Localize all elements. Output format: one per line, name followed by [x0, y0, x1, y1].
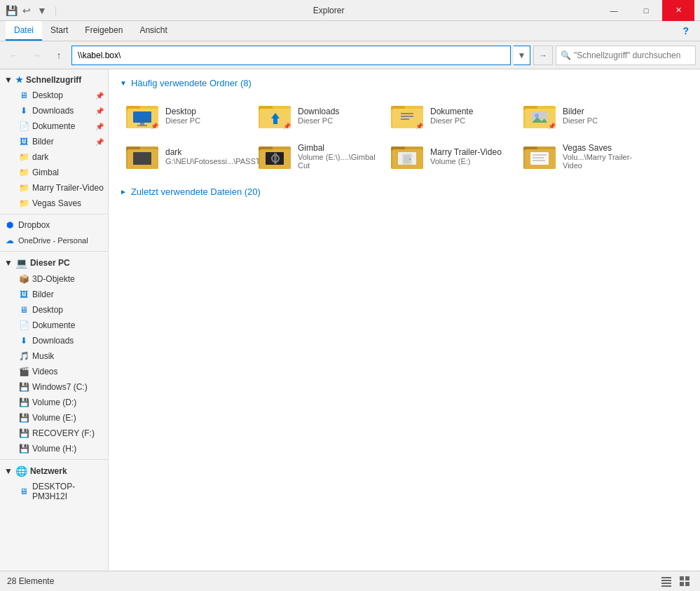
view-icons — [658, 573, 693, 590]
folder-item-desktop[interactable]: 📌 Desktop Dieser PC — [120, 97, 249, 135]
folder-name-gimbal: Gimbal — [298, 143, 376, 153]
folder-name-bilder: Bilder — [563, 107, 640, 116]
dokumente-pc-icon: 📄 — [18, 320, 29, 331]
folder-item-bilder[interactable]: 📌 Bilder Dieser PC — [517, 97, 647, 135]
tiles-view-button[interactable] — [676, 573, 693, 590]
forward-button[interactable]: → — [27, 46, 46, 65]
up-button[interactable]: ↑ — [49, 46, 69, 65]
svg-rect-53 — [680, 582, 684, 586]
marry-folder-icon — [391, 142, 425, 170]
folder-info-bilder: Bilder Dieser PC — [563, 107, 640, 125]
desktop-sidebar-icon: 🖥 — [18, 90, 29, 101]
tab-ansicht[interactable]: Ansicht — [131, 21, 175, 41]
sidebar-item-marry[interactable]: 📁 Marry Trailer-Video — [14, 180, 108, 196]
sidebar-item-volume-e[interactable]: 💾 Volume (E:) — [14, 410, 108, 426]
help-button[interactable]: ? — [677, 21, 694, 41]
folder-item-gimbal[interactable]: Gimbal Volume (E:\)....\Gimbal Cut — [252, 137, 382, 175]
bilder-folder-icon: 📌 — [523, 102, 557, 130]
title-bar-controls: — □ ✕ — [598, 0, 694, 21]
volume-h-label: Volume (H:) — [32, 444, 76, 454]
sidebar-item-desktop-pc-netz[interactable]: 🖥 DESKTOP-PM3H12I — [14, 480, 108, 503]
downloads-folder-icon: 📌 — [259, 102, 292, 130]
sidebar-item-volume-h[interactable]: 💾 Volume (H:) — [14, 441, 108, 456]
divider-1 — [0, 214, 108, 215]
sidebar-vegas-label: Vegas Saves — [32, 198, 81, 208]
sidebar-item-bilder-pc[interactable]: 🖼 Bilder — [14, 287, 108, 302]
sidebar-section-dieser-pc[interactable]: ▼ 💻 Dieser PC — [0, 254, 108, 271]
folder-name-desktop: Desktop — [165, 107, 243, 116]
netzwerk-items: 🖥 DESKTOP-PM3H12I — [0, 480, 108, 503]
tab-freigeben[interactable]: Freigeben — [76, 21, 131, 41]
sidebar-item-3dobjekte[interactable]: 📦 3D-Objekte — [14, 271, 108, 287]
maximize-button[interactable]: □ — [630, 0, 662, 21]
minimize-button[interactable]: — — [598, 0, 630, 21]
sidebar-section-netzwerk[interactable]: ▼ 🌐 Netzwerk — [0, 463, 108, 480]
folder-sub-marry: Volume (E:) — [430, 157, 508, 165]
sidebar-item-windows7c[interactable]: 💾 Windows7 (C:) — [14, 379, 108, 395]
sidebar-item-musik[interactable]: 🎵 Musik — [14, 348, 108, 364]
svg-rect-49 — [661, 583, 671, 584]
sidebar-item-dokumente[interactable]: 📄 Dokumente 📌 — [14, 118, 108, 134]
netzwerk-label: Netzwerk — [30, 466, 67, 476]
desktop-pc-icon: 🖥 — [18, 304, 29, 315]
folder-item-dokumente[interactable]: 📌 Dokumente Dieser PC — [385, 97, 514, 135]
folder-sub-bilder: Dieser PC — [563, 116, 640, 125]
tab-datei[interactable]: Datei — [6, 21, 42, 41]
sidebar-section-schnellzugriff[interactable]: ▼ ★ Schnellzugriff — [0, 72, 108, 88]
svg-rect-52 — [685, 576, 689, 580]
ribbon: Datei Start Freigeben Ansicht ? — [0, 21, 700, 41]
zuletzt-section-header[interactable]: ► Zuletzt verwendete Dateien (20) — [120, 186, 689, 197]
gimbal-sidebar-icon: 📁 — [18, 167, 29, 178]
address-input[interactable] — [71, 46, 511, 65]
sidebar-item-bilder[interactable]: 🖼 Bilder 📌 — [14, 134, 108, 149]
dokumente-sidebar-icon: 📄 — [18, 121, 29, 132]
close-button[interactable]: ✕ — [662, 0, 694, 21]
sidebar-downloads-label: Downloads — [32, 106, 74, 116]
sidebar-item-onedrive[interactable]: ☁ OneDrive - Personal — [0, 233, 108, 248]
haeufig-section-header[interactable]: ▼ Häufig verwendete Ordner (8) — [120, 78, 689, 88]
sidebar-item-dark[interactable]: 📁 dark — [14, 149, 108, 165]
svg-rect-3 — [133, 111, 151, 123]
sidebar-item-vegas[interactable]: 📁 Vegas Saves — [14, 196, 108, 211]
address-dropdown[interactable]: ▼ — [514, 46, 530, 65]
sidebar-item-downloads[interactable]: ⬇ Downloads 📌 — [14, 103, 108, 118]
sidebar-item-recovery-f[interactable]: 💾 RECOVERY (F:) — [14, 426, 108, 441]
sidebar-item-volume-d[interactable]: 💾 Volume (D:) — [14, 395, 108, 410]
details-view-button[interactable] — [658, 573, 675, 590]
pin-desktop: 📌 — [151, 123, 158, 130]
sidebar-item-desktop[interactable]: 🖥 Desktop 📌 — [14, 88, 108, 103]
folder-item-dark[interactable]: dark G:\NEU\Fotosessi...\PASST — [120, 137, 249, 175]
folder-item-vegas[interactable]: Vegas Saves Volu...\Marry Trailer-Video — [517, 137, 647, 175]
sidebar-desktop-label: Desktop — [32, 90, 63, 100]
sidebar-item-gimbal[interactable]: 📁 Gimbal — [14, 165, 108, 180]
folder-item-marry[interactable]: Marry Trailer-Video Volume (E:) — [385, 137, 514, 175]
folder-info-dokumente: Dokumente Dieser PC — [430, 107, 508, 125]
folder-name-marry: Marry Trailer-Video — [430, 147, 508, 157]
search-box: 🔍 — [556, 46, 696, 65]
downloads-pc-icon: ⬇ — [18, 335, 29, 346]
marry-sidebar-icon: 📁 — [18, 182, 29, 193]
sidebar-item-desktop-pc[interactable]: 🖥 Desktop — [14, 302, 108, 318]
sidebar-item-videos[interactable]: 🎬 Videos — [14, 364, 108, 379]
dropbox-icon: ⬢ — [4, 219, 15, 231]
svg-rect-46 — [533, 160, 545, 161]
tab-start[interactable]: Start — [42, 21, 76, 41]
sidebar-item-downloads-pc[interactable]: ⬇ Downloads — [14, 333, 108, 348]
address-bar: ← → ↑ ▼ → 🔍 — [0, 41, 700, 69]
sidebar-item-dokumente-pc[interactable]: 📄 Dokumente — [14, 318, 108, 333]
folder-item-downloads[interactable]: 📌 Downloads Dieser PC — [252, 97, 382, 135]
folder-grid: 📌 Desktop Dieser PC 📌 — [120, 97, 689, 175]
svg-point-20 — [535, 114, 539, 118]
folder-sub-desktop: Dieser PC — [165, 116, 243, 125]
search-input[interactable] — [574, 50, 691, 60]
svg-rect-4 — [140, 123, 144, 125]
drive-c-icon: 💾 — [18, 381, 29, 393]
dieser-pc-items: 📦 3D-Objekte 🖼 Bilder 🖥 Desktop 📄 Dokume… — [0, 271, 108, 456]
bilder-sidebar-icon: 🖼 — [18, 136, 29, 147]
drive-d-icon: 💾 — [18, 397, 29, 408]
downloads-pc-label: Downloads — [32, 336, 74, 346]
back-button[interactable]: ← — [4, 46, 24, 65]
svg-rect-45 — [533, 157, 544, 158]
go-button[interactable]: → — [533, 46, 553, 65]
sidebar-item-dropbox[interactable]: ⬢ Dropbox — [0, 217, 108, 233]
